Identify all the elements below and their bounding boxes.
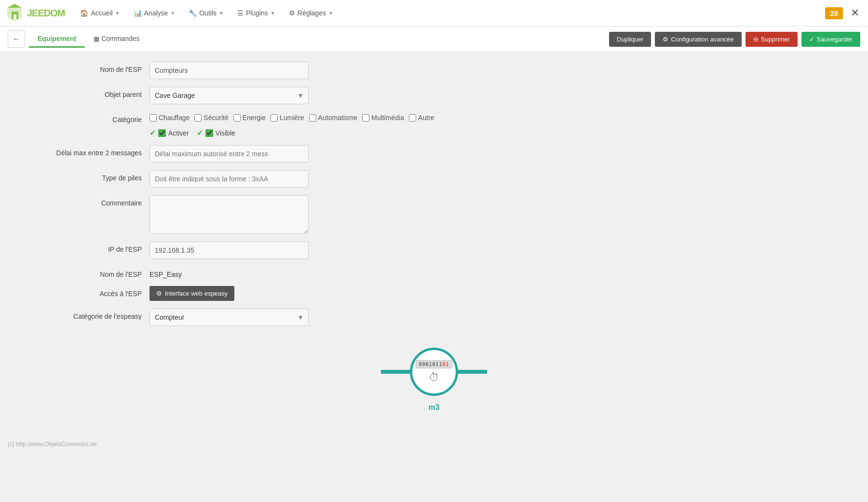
delai-max-input[interactable] xyxy=(149,145,309,163)
activer-label: Activer xyxy=(168,129,189,137)
cat-chauffage-checkbox[interactable] xyxy=(149,114,157,122)
commentaire-label: Commentaire xyxy=(14,195,149,207)
close-button[interactable]: ✕ xyxy=(847,7,863,19)
visible-label: Visible xyxy=(216,129,235,137)
back-button[interactable]: ← xyxy=(8,30,25,48)
objet-parent-group: Objet parent Cave Garage ▼ xyxy=(14,87,854,104)
nav-outils-label: Outils xyxy=(199,9,217,17)
ip-esp-input[interactable] xyxy=(149,242,309,259)
chevron-down-icon: ▼ xyxy=(219,11,224,16)
check-icon: ✔ xyxy=(197,128,203,137)
categorie-group: Catégorie Chauffage Sécurité Energie Lum… xyxy=(14,112,854,137)
acces-esp-group: Accès à l'ESP ⚙ Interface web espeasy xyxy=(14,286,854,301)
delai-max-group: Délai max entre 2 messages xyxy=(14,145,854,163)
nom-esp-group: Nom de l'ESP xyxy=(14,62,854,79)
nav-reglages[interactable]: ⚙ Réglages ▼ xyxy=(283,5,339,21)
categorie-espeasy-select[interactable]: Compteur xyxy=(149,309,309,326)
cat-energie-checkbox[interactable] xyxy=(233,114,241,122)
cat-securite[interactable]: Sécurité xyxy=(194,114,228,122)
cat-automatisme-checkbox[interactable] xyxy=(309,114,316,122)
nav-outils[interactable]: 🔧 Outils ▼ xyxy=(183,5,230,21)
home-icon: 🏠 xyxy=(80,9,88,17)
cat-multimedia-checkbox[interactable] xyxy=(362,114,369,122)
ip-esp-label: IP de l'ESP xyxy=(14,242,149,253)
activer-item[interactable]: ✔ Activer xyxy=(149,128,189,137)
analyse-icon: 📊 xyxy=(134,9,142,17)
ip-esp-group: IP de l'ESP xyxy=(14,242,854,259)
gauge-unit: m3 xyxy=(428,403,439,412)
gauge-counter-red: 01 xyxy=(443,362,449,367)
gauge-wrapper: 000101101 ⏱ xyxy=(381,345,487,398)
objet-parent-label: Objet parent xyxy=(14,87,149,98)
supprimer-button[interactable]: ⊖ Supprimer xyxy=(746,32,798,47)
objet-parent-select[interactable]: Cave Garage xyxy=(149,87,309,104)
cat-lumiere[interactable]: Lumière xyxy=(271,114,304,122)
cat-chauffage[interactable]: Chauffage xyxy=(149,114,190,122)
gauge-speedometer-icon: ⏱ xyxy=(429,371,439,384)
logo[interactable]: JEEDOM xyxy=(5,3,65,23)
nav-plugins[interactable]: ☰ Plugins ▼ xyxy=(231,5,281,21)
check-icon: ✔ xyxy=(149,128,156,137)
cat-lumiere-checkbox[interactable] xyxy=(271,114,278,122)
activer-visible-row: ✔ Activer ✔ Visible xyxy=(149,126,854,137)
nom-esp-display-value: ESP_Easy xyxy=(149,267,182,278)
cat-multimedia[interactable]: Multimédia xyxy=(362,114,404,122)
categories-row: Chauffage Sécurité Energie Lumière Autom… xyxy=(149,112,854,122)
visible-item[interactable]: ✔ Visible xyxy=(197,128,235,137)
nom-esp-input[interactable] xyxy=(149,62,309,79)
nom-esp-display-group: Nom de l'ESP ESP_Easy xyxy=(14,267,854,278)
notification-badge[interactable]: 28 xyxy=(825,7,843,19)
commentaire-group: Commentaire xyxy=(14,195,854,234)
cat-autre[interactable]: Autre xyxy=(409,114,434,122)
logo-text: JEEDOM xyxy=(27,8,65,19)
gauge-section: 000101101 ⏱ m3 xyxy=(14,345,854,412)
chevron-down-icon: ▼ xyxy=(271,11,275,16)
page-toolbar: ← Equipement ▦Commandes Dupliquer ⚙ Conf… xyxy=(0,27,868,52)
activer-checkbox[interactable] xyxy=(158,129,166,137)
commentaire-textarea[interactable] xyxy=(149,195,309,234)
cat-energie[interactable]: Energie xyxy=(233,114,266,122)
chevron-down-icon: ▼ xyxy=(170,11,175,16)
sauvegarder-button[interactable]: ✓ Sauvegarder xyxy=(801,32,860,47)
footer: (c) http://www.ObjetsConnectes.be xyxy=(0,436,868,452)
config-avancee-button[interactable]: ⚙ Configuration avancée xyxy=(655,32,741,47)
type-piles-group: Type de piles xyxy=(14,170,854,188)
categorie-label: Catégorie xyxy=(14,112,149,123)
gear-icon: ⚙ xyxy=(156,290,162,297)
categorie-options: Chauffage Sécurité Energie Lumière Autom… xyxy=(149,112,854,137)
footer-text: (c) http://www.ObjetsConnectes.be xyxy=(8,441,97,448)
nav-analyse-label: Analyse xyxy=(144,9,168,17)
categorie-espeasy-label: Catégorie de l'espeasy xyxy=(14,309,149,320)
nom-esp-label: Nom de l'ESP xyxy=(14,62,149,73)
interface-web-button[interactable]: ⚙ Interface web espeasy xyxy=(149,286,234,301)
top-navigation: JEEDOM 🏠 Accueil ▼ 📊 Analyse ▼ 🔧 Outils … xyxy=(0,0,868,27)
nav-accueil-label: Accueil xyxy=(91,9,112,17)
nav-analyse[interactable]: 📊 Analyse ▼ xyxy=(128,5,181,21)
gauge-circle: 000101101 ⏱ xyxy=(410,348,458,396)
save-icon: ✓ xyxy=(809,36,814,43)
tab-commandes[interactable]: ▦Commandes xyxy=(85,31,148,48)
nav-plugins-label: Plugins xyxy=(246,9,268,17)
delai-max-label: Délai max entre 2 messages xyxy=(14,145,149,157)
table-icon: ▦ xyxy=(94,35,99,42)
main-content: Nom de l'ESP Objet parent Cave Garage ▼ … xyxy=(0,52,868,421)
tab-equipement[interactable]: Equipement xyxy=(29,31,85,48)
nav-accueil[interactable]: 🏠 Accueil ▼ xyxy=(74,5,125,21)
type-piles-label: Type de piles xyxy=(14,170,149,182)
cat-securite-checkbox[interactable] xyxy=(194,114,202,122)
plugins-icon: ☰ xyxy=(237,9,244,17)
cat-automatisme[interactable]: Automatisme xyxy=(309,114,358,122)
acces-esp-label: Accès à l'ESP xyxy=(14,286,149,298)
categorie-espeasy-wrapper: Compteur ▼ xyxy=(149,309,309,326)
categorie-espeasy-group: Catégorie de l'espeasy Compteur ▼ xyxy=(14,309,854,326)
chevron-down-icon: ▼ xyxy=(115,11,120,16)
tab-group: Equipement ▦Commandes xyxy=(29,31,605,48)
type-piles-input[interactable] xyxy=(149,170,309,188)
cat-autre-checkbox[interactable] xyxy=(409,114,416,122)
toolbar-actions: Dupliquer ⚙ Configuration avancée ⊖ Supp… xyxy=(609,32,860,47)
dupliquer-button[interactable]: Dupliquer xyxy=(609,32,651,47)
config-icon: ⚙ xyxy=(663,36,668,43)
nav-items: 🏠 Accueil ▼ 📊 Analyse ▼ 🔧 Outils ▼ ☰ Plu… xyxy=(74,5,825,21)
visible-checkbox[interactable] xyxy=(205,129,213,137)
chevron-down-icon: ▼ xyxy=(328,11,333,16)
